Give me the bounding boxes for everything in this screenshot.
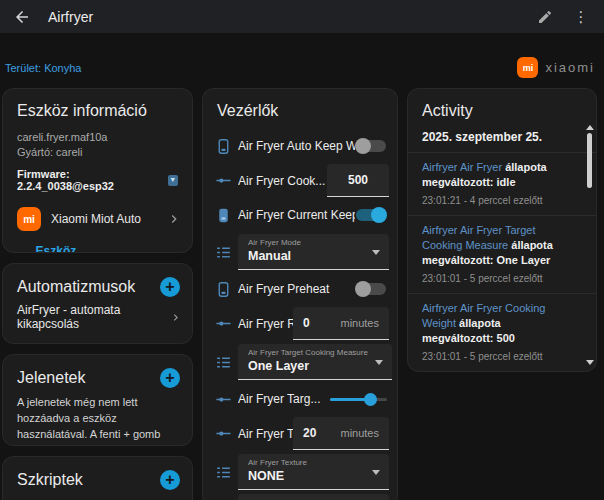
gear-icon: ⚙ — [17, 251, 30, 253]
right-column: Activity 2025. szeptember 25. Airfryer A… — [407, 88, 597, 372]
number-value: 0 — [303, 316, 310, 330]
select-label: Air Fryer Target Cooking Measure — [248, 348, 368, 358]
air-fryer-icon — [213, 281, 233, 298]
air-fryer-icon — [213, 138, 233, 155]
automations-card: Automatizmusok + AirFryer - automata kik… — [2, 263, 193, 344]
activity-date-header: 2025. szeptember 25. — [422, 130, 582, 144]
activity-entry[interactable]: Airfryer Air Fryer Target Cooking Measur… — [408, 216, 596, 294]
select-label: Air Fryer Mode — [248, 238, 365, 248]
area-link[interactable]: Terület: Konyha — [5, 62, 81, 74]
device-config-link-label: Eszköz kezelőfelülete — [36, 244, 139, 253]
slider-settings-icon — [213, 172, 233, 189]
external-link-icon — [144, 252, 155, 254]
control-row: Air Fryer Preheat — [213, 273, 389, 305]
left-column: Eszköz információ careli.fryer.maf10a Gy… — [2, 88, 193, 500]
middle-column: Vezérlők Air Fryer Auto Keep Warm Air Fr… — [202, 88, 398, 500]
chevron-right-icon — [166, 211, 182, 227]
control-label: Air Fryer Cook... — [238, 174, 327, 188]
firmware-text: Firmware: 2.2.4_0038@esp32 — [17, 168, 163, 192]
activity-entry[interactable]: Airfryer Air Fryer Cooking Weight állapo… — [408, 294, 596, 372]
select-value: NONE — [248, 468, 365, 484]
scenes-title: Jelenetek — [17, 369, 86, 387]
control-row: Air Fryer R... 0 minutes — [213, 306, 389, 341]
overflow-menu-icon[interactable]: ⋮ — [570, 6, 592, 28]
device-firmware: Firmware: 2.2.4_0038@esp32 ▾ — [17, 168, 178, 192]
add-script-button[interactable]: + — [160, 470, 180, 490]
slider-knob[interactable] — [364, 393, 377, 406]
number-unit: minutes — [340, 317, 379, 329]
add-automation-button[interactable]: + — [160, 277, 180, 297]
main-content: Eszköz információ careli.fryer.maf10a Gy… — [2, 88, 597, 500]
activity-scrollbar[interactable] — [584, 125, 594, 367]
firmware-update-icon[interactable]: ▾ — [168, 175, 178, 186]
activity-entry[interactable]: Airfryer Air Fryer állapota megváltozott… — [408, 153, 596, 216]
list-icon — [213, 354, 233, 371]
app-bar: Airfryer ⋮ — [0, 0, 604, 33]
scroll-down-icon[interactable] — [586, 360, 594, 365]
back-arrow-icon[interactable] — [12, 7, 32, 27]
number-unit: minutes — [340, 427, 379, 439]
xiaomi-logo-icon: mi — [517, 57, 538, 78]
slider-settings-icon — [213, 315, 233, 332]
number-value: 500 — [348, 173, 368, 187]
control-row: Air Fryer Turn Pot — [213, 493, 389, 500]
page-title: Airfryer — [48, 9, 93, 25]
device-manufacturer: Gyártó: careli — [17, 145, 178, 160]
select-value: Manual — [248, 248, 365, 264]
auto-keep-warm-toggle[interactable] — [355, 137, 387, 155]
activity-title: Activity — [422, 102, 582, 120]
control-label: Air Fryer Current Keep Warm — [238, 208, 355, 222]
activity-card: Activity 2025. szeptember 25. Airfryer A… — [407, 88, 597, 372]
remaining-time-input[interactable]: 0 minutes — [293, 307, 389, 340]
list-icon — [213, 464, 233, 481]
control-label: Air Fryer T... — [238, 427, 293, 441]
mode-select[interactable]: Air Fryer Mode Manual — [238, 234, 389, 270]
subheader: Terület: Konyha mi xiaomi — [0, 33, 604, 87]
controls-card: Vezérlők Air Fryer Auto Keep Warm Air Fr… — [202, 88, 398, 500]
current-keep-warm-toggle[interactable] — [355, 206, 387, 224]
controls-list: Air Fryer Auto Keep Warm Air Fryer Cook.… — [203, 130, 397, 500]
controls-title: Vezérlők — [217, 102, 383, 120]
control-label: Air Fryer Preheat — [238, 282, 355, 296]
texture-select[interactable]: Air Fryer Texture NONE — [238, 454, 389, 490]
xiaomi-miot-logo-icon: mi — [17, 207, 41, 231]
control-label: Air Fryer Targ... — [238, 392, 330, 406]
target-time-input[interactable]: 20 minutes — [293, 417, 389, 450]
automation-item[interactable]: AirFryer - automata kikapcsolás — [17, 303, 182, 331]
xiaomi-brand: mi xiaomi — [517, 57, 595, 78]
control-label: Air Fryer R... — [238, 317, 293, 331]
chevron-down-icon — [372, 250, 380, 255]
control-label: Air Fryer Auto Keep Warm — [238, 139, 355, 153]
control-row: Air Fryer Targ... — [213, 383, 389, 415]
integration-row[interactable]: mi Xiaomi Miot Auto — [13, 203, 186, 235]
target-temperature-slider[interactable] — [330, 391, 387, 407]
target-cooking-measure-select[interactable]: Air Fryer Target Cooking Measure One Lay… — [238, 344, 392, 380]
slider-settings-icon — [213, 425, 233, 442]
scripts-title: Szkriptek — [17, 471, 83, 489]
chevron-down-icon — [372, 470, 380, 475]
device-menu-icon[interactable]: ⋮ — [167, 251, 182, 254]
scrollbar-thumb[interactable] — [587, 133, 592, 188]
scripts-card: Szkriptek + A szkriptek még nem lett hoz… — [2, 456, 193, 500]
device-model: careli.fryer.maf10a — [17, 130, 178, 145]
turn-pot-select[interactable]: Air Fryer Turn Pot — [238, 494, 389, 500]
control-row: Air Fryer Current Keep Warm — [213, 199, 389, 231]
preheat-toggle[interactable] — [355, 280, 387, 298]
device-info-title: Eszköz információ — [17, 102, 178, 120]
control-row: Air Fryer Auto Keep Warm — [213, 130, 389, 162]
entity-link[interactable]: Airfryer Air Fryer — [422, 161, 502, 173]
air-fryer-icon — [213, 207, 233, 224]
list-icon — [213, 244, 233, 261]
device-config-link[interactable]: Eszköz kezelőfelülete — [36, 244, 155, 253]
automations-title: Automatizmusok — [17, 278, 135, 296]
cooking-weight-input[interactable]: 500 — [327, 164, 389, 197]
automation-item-label: AirFryer - automata kikapcsolás — [17, 303, 169, 331]
chevron-right-icon — [169, 310, 182, 325]
scroll-up-icon[interactable] — [586, 125, 594, 130]
scripts-empty-text: A szkriptek még nem lett hozzáadva a esz… — [17, 496, 178, 500]
device-footer: ⚙ Eszköz kezelőfelülete ⋮ — [17, 244, 182, 253]
add-scene-button[interactable]: + — [160, 368, 180, 388]
edit-pencil-icon[interactable] — [534, 6, 556, 28]
control-row: Air Fryer Texture NONE — [213, 453, 389, 491]
number-value: 20 — [303, 426, 316, 440]
